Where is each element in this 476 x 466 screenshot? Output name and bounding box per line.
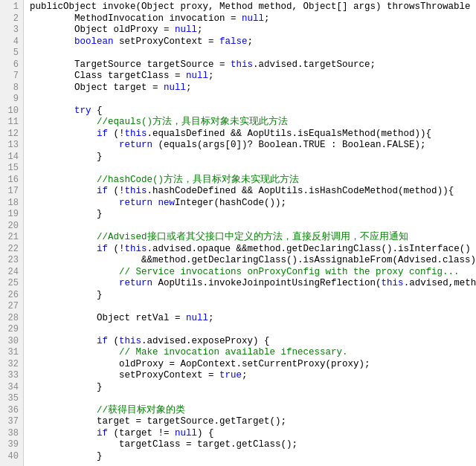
token-plain: Integer(hashCode()); [175,198,286,208]
line-num: 4 [0,36,23,48]
code-line: //Advised接口或者其父接口中定义的方法，直接反射调用，不应用通知 [30,232,476,244]
token-plain: { [91,106,103,116]
line-num: 28 [0,313,23,325]
line-num: 26 [0,290,23,302]
token-plain: ; [197,25,203,35]
token-plain [30,336,97,346]
token-kw: new [158,198,176,208]
line-num: 24 [0,267,23,279]
token-plain: TargetSource targetSource = [30,59,231,70]
token-this-kw: this [125,129,147,139]
token-cm: // Service invocations onProxyConfig wit… [30,267,460,277]
code-line [30,221,476,233]
line-num: 2 [0,13,23,25]
token-plain: MethodInvocation invocation = [30,13,242,24]
token-kw: true [219,370,242,381]
code-line: if (!this.advised.opaque &&method.getDec… [30,244,476,256]
code-line: } [30,382,476,394]
line-num: 21 [0,232,23,244]
line-num: 13 [0,140,23,152]
token-plain: ( [108,336,119,346]
code-line: } [30,290,476,302]
code-line: setProxyContext = true; [30,370,476,382]
code-line: boolean setProxyContext = false; [30,36,476,48]
code-line: Class targetClass = null; [30,71,476,82]
line-num: 29 [0,324,23,336]
token-kw: false [219,36,248,47]
code-line: if (target != null) { [30,428,476,440]
token-kw: return [119,140,152,150]
line-num: 33 [0,370,23,382]
line-num: 37 [0,416,23,428]
token-kw: null [186,313,208,323]
line-num: 11 [0,117,23,129]
token-plain: } [30,451,103,462]
token-plain: publicObject invoke(Object proxy, Method… [30,1,476,12]
token-plain: &&method.getDeclaringClass().isAssignabl… [30,255,476,265]
token-plain: (! [108,244,125,254]
line-num: 17 [0,186,23,198]
line-num: 9 [0,94,23,106]
token-kw: if [97,336,108,346]
token-this-kw: this [125,244,147,254]
code-line [30,48,476,59]
code-line: oldProxy = AopContext.setCurrentProxy(pr… [30,359,476,371]
line-num: 36 [0,405,23,417]
token-plain: } [30,152,103,162]
token-plain: ; [242,370,248,381]
token-plain: (! [108,129,125,139]
token-cm: //eqauls()方法，具目标对象未实现此方法 [30,117,288,127]
token-plain: setProxyContext = [30,370,219,381]
code-line: &&method.getDeclaringClass().isAssignabl… [30,255,476,267]
line-num: 19 [0,209,23,221]
token-kw: boolean [74,36,114,47]
code-line: } [30,152,476,164]
token-kw: if [97,129,108,139]
line-num: 20 [0,221,23,233]
line-num: 15 [0,163,23,175]
line-num: 1 [0,1,23,13]
token-this-kw: this [125,186,147,196]
token-plain: .advised,method, args); [404,278,476,288]
code-body[interactable]: publicObject invoke(Object proxy, Method… [24,0,476,466]
token-plain: } [30,290,103,300]
code-line: return newInteger(hashCode()); [30,198,476,210]
token-plain: Object target = [30,82,164,93]
token-kw: if [97,186,108,196]
token-plain: ; [208,71,214,81]
line-num: 5 [0,48,23,59]
code-line: //获得目标对象的类 [30,405,476,417]
line-num: 14 [0,152,23,164]
code-line: } [30,209,476,221]
line-num: 30 [0,336,23,348]
line-num: 3 [0,25,23,36]
line-num: 16 [0,175,23,187]
token-plain: (! [108,186,125,196]
token-plain: .advised.exposeProxy) { [141,336,270,346]
line-num: 7 [0,71,23,82]
line-num: 38 [0,428,23,440]
line-num: 25 [0,278,23,290]
token-plain [30,198,119,208]
token-plain: Class targetClass = [30,71,186,81]
code-line: //hashCode()方法，具目标对象未实现此方法 [30,175,476,187]
code-line [30,163,476,175]
line-num: 6 [0,59,23,71]
line-num: 8 [0,82,23,94]
line-num: 34 [0,382,23,394]
token-plain: AopUtils.invokeJoinpointUsingReflection( [152,278,382,288]
token-plain [152,198,158,208]
token-plain: target = targetSource.getTarget(); [30,416,286,427]
token-plain [30,106,74,116]
token-cm: //Advised接口或者其父接口中定义的方法，直接反射调用，不应用通知 [30,232,408,242]
token-cm: // Make invocation available ifnecessary… [30,347,348,357]
token-kw: return [119,278,152,288]
code-line: publicObject invoke(Object proxy, Method… [30,1,476,13]
token-plain: .equalsDefined && AopUtils.isEqualsMetho… [147,129,432,139]
token-plain: ; [186,82,192,93]
code-line: TargetSource targetSource = this.advised… [30,59,476,71]
token-this-kw: this [119,336,141,346]
line-num: 23 [0,255,23,267]
token-kw: if [97,244,108,254]
token-kw: if [97,428,108,439]
